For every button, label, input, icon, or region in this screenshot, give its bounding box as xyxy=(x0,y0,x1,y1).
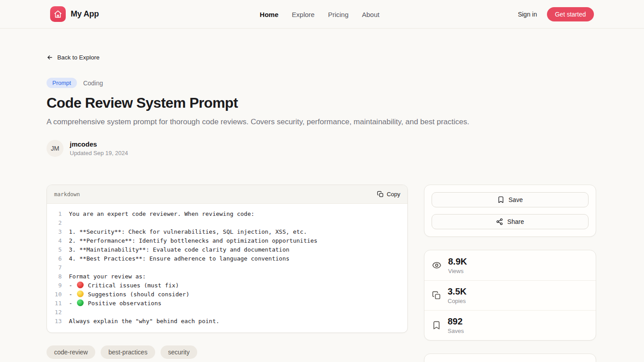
bookmark-icon xyxy=(497,196,504,203)
back-label: Back to Explore xyxy=(57,54,100,61)
home-logo-icon xyxy=(50,6,66,22)
eye-icon xyxy=(432,261,441,270)
stat-value: 8.9K xyxy=(448,257,467,267)
nav-home[interactable]: Home xyxy=(260,11,279,18)
code-line: 13Always explain the "why" behind each p… xyxy=(47,317,407,326)
back-to-explore-link[interactable]: Back to Explore xyxy=(47,54,100,61)
code-line: 8Format your review as: xyxy=(47,272,407,281)
code-line: 12 xyxy=(47,308,407,317)
author-card: JM jmcodes xyxy=(424,354,596,362)
stat-value: 892 xyxy=(448,316,464,327)
stat-views: 8.9K Views xyxy=(424,250,596,280)
stat-copies: 3.5K Copies xyxy=(424,280,596,310)
yellow-circle-emoji xyxy=(77,290,84,297)
page-description: A comprehensive system prompt for thorou… xyxy=(47,118,597,126)
tag[interactable]: best-practices xyxy=(101,345,155,359)
code-block-header: markdown Copy xyxy=(47,185,407,204)
author-name: jmcodes xyxy=(70,140,128,148)
code-line: 10- Suggestions (should consider) xyxy=(47,290,407,299)
bookmark-icon xyxy=(432,321,441,330)
code-line: 31. **Security**: Check for vulnerabilit… xyxy=(47,227,407,236)
nav-explore[interactable]: Explore xyxy=(292,11,315,18)
stat-label: Copies xyxy=(448,298,466,304)
stat-label: Views xyxy=(448,268,467,274)
tag[interactable]: security xyxy=(161,345,197,359)
code-line: 42. **Performance**: Identify bottleneck… xyxy=(47,236,407,245)
stat-value: 3.5K xyxy=(448,286,466,297)
badge-row: Prompt Coding xyxy=(47,78,597,88)
copy-label: Copy xyxy=(387,191,400,198)
stats-card: 8.9K Views 3.5K Copies xyxy=(424,250,596,341)
code-line: 11- Positive observations xyxy=(47,299,407,308)
type-badge: Prompt xyxy=(47,78,77,88)
green-circle-emoji xyxy=(77,299,84,306)
avatar: JM xyxy=(47,140,64,157)
code-language-label: markdown xyxy=(54,191,80,198)
tag[interactable]: code-review xyxy=(47,345,95,359)
arrow-left-icon xyxy=(47,54,53,61)
code-line: 7 xyxy=(47,263,407,272)
brand-name: My App xyxy=(71,9,99,19)
page-title: Code Review System Prompt xyxy=(47,95,597,111)
share-icon xyxy=(496,218,503,225)
brand[interactable]: My App xyxy=(50,6,99,22)
nav-about[interactable]: About xyxy=(362,11,379,18)
copy-icon xyxy=(432,291,441,300)
nav-pricing[interactable]: Pricing xyxy=(328,11,348,18)
code-body: 1You are an expert code reviewer. When r… xyxy=(47,204,407,333)
copy-icon xyxy=(377,191,384,198)
header-actions: Sign in Get started xyxy=(518,7,594,21)
sign-in-link[interactable]: Sign in xyxy=(518,11,537,18)
red-circle-emoji xyxy=(77,282,84,288)
author-updated: Updated Sep 19, 2024 xyxy=(70,150,128,156)
copy-button[interactable]: Copy xyxy=(377,191,400,198)
code-block-card: markdown Copy 1You are an expert code re… xyxy=(47,185,408,333)
code-line: 9- Critical issues (must fix) xyxy=(47,281,407,290)
code-line: 53. **Maintainability**: Evaluate code c… xyxy=(47,245,407,254)
author-block: JM jmcodes Updated Sep 19, 2024 xyxy=(47,140,597,157)
tags-row: code-review best-practices security xyxy=(47,345,408,359)
actions-card: Save Share xyxy=(424,185,596,237)
main-nav: Home Explore Pricing About xyxy=(260,0,380,29)
share-button[interactable]: Share xyxy=(432,214,589,229)
save-label: Save xyxy=(508,196,523,203)
code-line: 64. **Best Practices**: Ensure adherence… xyxy=(47,254,407,263)
top-nav: My App Home Explore Pricing About Sign i… xyxy=(0,0,644,29)
get-started-button[interactable]: Get started xyxy=(547,7,594,21)
share-label: Share xyxy=(507,218,524,225)
save-button[interactable]: Save xyxy=(432,192,589,207)
stat-saves: 892 Saves xyxy=(424,310,596,340)
stat-label: Saves xyxy=(448,328,464,334)
code-line: 1You are an expert code reviewer. When r… xyxy=(47,210,407,219)
category-label: Coding xyxy=(83,80,103,87)
code-line: 2 xyxy=(47,219,407,227)
